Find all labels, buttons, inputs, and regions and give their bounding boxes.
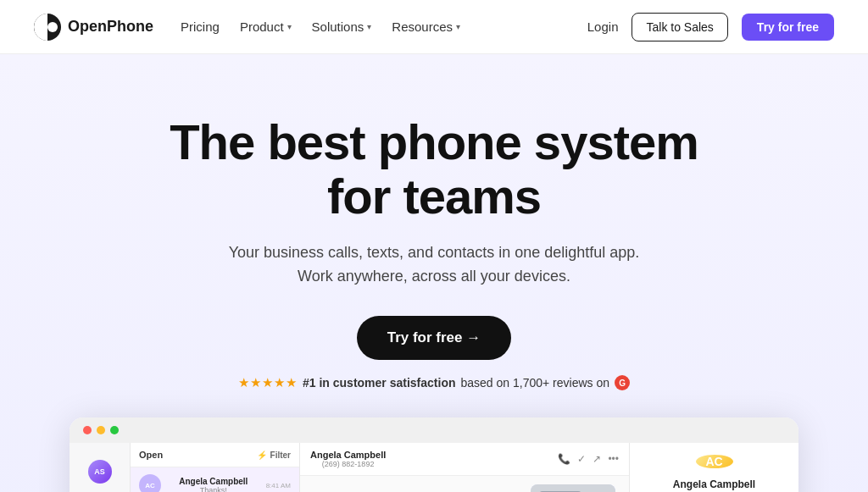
more-icon[interactable]: ••• [608, 453, 619, 465]
maximize-dot [110, 426, 119, 434]
avatar: AC [139, 474, 161, 492]
nav-link-pricing[interactable]: Pricing [181, 19, 220, 34]
navbar: OpenPhone Pricing Product ▾ Solutions ▾ … [0, 0, 868, 54]
conversations-list: Open ⚡ Filter AC Angela Campbell Thanks!… [131, 443, 300, 492]
contact-name-large: Angela Campbell [640, 478, 788, 490]
nav-right: Login Talk to Sales Try for free [587, 13, 834, 41]
chat-area: Angela Campbell (269) 882-1892 📞 ✓ ↗ ••• [300, 443, 629, 492]
conv-header: Open ⚡ Filter [131, 443, 299, 467]
hero-section: The best phone system for teams Your bus… [0, 54, 868, 492]
conv-status: Open [139, 450, 163, 460]
minimize-dot [97, 426, 105, 434]
hero-subtext: Your business calls, texts, and contacts… [222, 240, 646, 290]
chevron-down-icon: ▾ [367, 22, 371, 31]
conv-item-0[interactable]: AC Angela Campbell Thanks! 8:41 AM [131, 467, 299, 492]
hero-cta-button[interactable]: Try for free → [357, 316, 512, 360]
google-g-icon: G [615, 375, 630, 390]
app-mockup: AS 🔍 Search 🔔 Activity 👤 Contacts 📊 [70, 417, 798, 492]
check-icon[interactable]: ✓ [577, 453, 586, 465]
nav-links: Pricing Product ▾ Solutions ▾ Resources … [181, 19, 460, 34]
talk-to-sales-button[interactable]: Talk to Sales [632, 13, 727, 41]
contact-avatar-large: AC [696, 455, 733, 468]
rating-bold-text: #1 in customer satisfaction [303, 376, 456, 390]
chat-messages: Today, 9:36 AM 📞 Missed call No one answ… [300, 476, 629, 492]
contact-detail-panel: AC Angela Campbell 📞 💬 ✉ ••• 🏢 Company I… [629, 443, 798, 492]
close-dot [83, 426, 92, 434]
rating-suffix: based on 1,700+ reviews on [461, 376, 610, 390]
sidebar-user: AS [70, 453, 130, 492]
mockup-body: AS 🔍 Search 🔔 Activity 👤 Contacts 📊 [70, 443, 798, 492]
chat-image [531, 484, 615, 492]
app-sidebar: AS 🔍 Search 🔔 Activity 👤 Contacts 📊 [70, 443, 131, 492]
svg-rect-0 [531, 484, 615, 492]
logo[interactable]: OpenPhone [34, 14, 153, 41]
chevron-down-icon: ▾ [287, 22, 292, 31]
chat-header: Angela Campbell (269) 882-1892 📞 ✓ ↗ ••• [300, 443, 629, 476]
rating-row: ★★★★★ #1 in customer satisfaction based … [34, 375, 834, 390]
logo-icon [34, 14, 61, 41]
nav-link-solutions[interactable]: Solutions ▾ [312, 19, 372, 34]
try-for-free-nav-button[interactable]: Try for free [742, 14, 834, 41]
nav-link-product[interactable]: Product ▾ [240, 19, 292, 34]
conv-filter-btn[interactable]: ⚡ Filter [257, 451, 291, 460]
hero-headline: The best phone system for teams [34, 115, 834, 224]
chat-contact-info: Angela Campbell (269) 882-1892 [310, 450, 386, 468]
phone-icon[interactable]: 📞 [558, 453, 570, 465]
user-avatar: AS [88, 460, 112, 484]
login-button[interactable]: Login [587, 19, 619, 34]
titlebar [70, 417, 798, 443]
conv-content: Angela Campbell Thanks! [168, 477, 259, 492]
star-icons: ★★★★★ [238, 375, 298, 390]
share-icon[interactable]: ↗ [593, 453, 601, 465]
nav-left: OpenPhone Pricing Product ▾ Solutions ▾ … [34, 14, 460, 41]
filter-icon: ⚡ [257, 451, 267, 460]
chat-action-buttons: 📞 ✓ ↗ ••• [558, 453, 619, 465]
chevron-down-icon: ▾ [456, 22, 460, 31]
nav-link-resources[interactable]: Resources ▾ [392, 19, 460, 34]
brand-name: OpenPhone [68, 18, 153, 36]
